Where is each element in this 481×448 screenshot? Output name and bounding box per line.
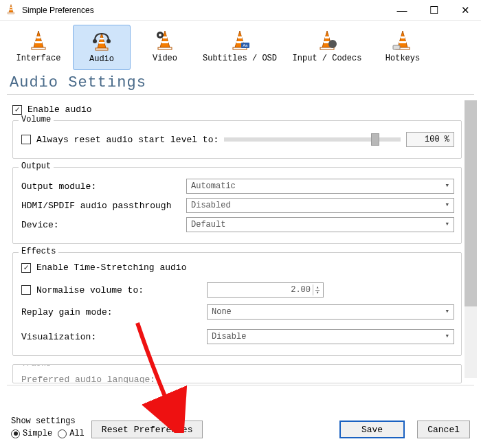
output-module-combo[interactable]: Automatic [186, 179, 454, 194]
show-settings-simple-radio[interactable]: Simple [11, 429, 52, 438]
visualization-label: Visualization: [21, 332, 207, 342]
enable-audio-checkbox[interactable]: Enable audio [12, 104, 92, 115]
combo-value: None [212, 307, 232, 317]
radio-label: Simple [23, 429, 52, 438]
replay-gain-label: Replay gain mode: [21, 307, 207, 317]
passthrough-combo[interactable]: Disabled [186, 198, 454, 213]
vertical-scrollbar[interactable] [465, 100, 477, 378]
svg-point-15 [159, 34, 161, 36]
button-label: Save [361, 425, 383, 435]
tab-label: Audio [89, 54, 114, 64]
svg-rect-13 [161, 41, 168, 43]
category-tabs: Interface Audio Video Aa Subtitles / OSD… [0, 21, 481, 70]
tab-audio[interactable]: Audio [73, 25, 131, 70]
tab-label: Subtitles / OSD [203, 54, 277, 63]
bottom-bar: Show settings Simple All Reset Preferenc… [0, 414, 481, 448]
page-title: Audio Settings [0, 70, 481, 94]
show-settings-all-radio[interactable]: All [58, 429, 85, 438]
spinner-arrows-icon: ▴▾ [313, 283, 322, 297]
checkbox-icon [21, 263, 31, 273]
passthrough-label: HDMI/SPDIF audio passthrough [21, 201, 186, 211]
tab-label: Video [153, 54, 177, 63]
titlebar: Simple Preferences — ☐ ✕ [0, 0, 481, 21]
checkbox-label: Enable Time-Stretching audio [36, 262, 186, 273]
close-button[interactable]: ✕ [449, 0, 481, 21]
checkbox-label: Always reset audio start level to: [36, 135, 219, 145]
visualization-combo[interactable]: Disable [207, 329, 454, 344]
tracks-group: Tracks Preferred audio language: [12, 364, 462, 383]
time-stretching-checkbox[interactable]: Enable Time-Stretching audio [21, 262, 186, 273]
tab-hotkeys[interactable]: Hotkeys [374, 25, 432, 70]
svg-rect-2 [10, 10, 13, 11]
always-reset-level-checkbox[interactable]: Always reset audio start level to: [21, 135, 219, 145]
group-title: Effects [19, 247, 58, 256]
minimize-button[interactable]: — [386, 0, 418, 21]
svg-rect-26 [401, 36, 405, 38]
svg-point-10 [107, 39, 111, 43]
spinner-value: 2.00 [291, 285, 311, 295]
settings-body: Enable audio Volume Always reset audio s… [0, 95, 481, 383]
slider-handle[interactable] [371, 133, 379, 146]
checkbox-label: Enable audio [27, 104, 92, 115]
start-level-slider[interactable] [224, 137, 401, 142]
scrollbar-thumb[interactable] [465, 100, 477, 306]
svg-point-9 [93, 39, 97, 43]
tab-interface[interactable]: Interface [10, 25, 67, 70]
output-module-label: Output module: [21, 181, 186, 192]
cone-icon [27, 29, 49, 51]
svg-rect-1 [10, 7, 12, 8]
tab-subtitles[interactable]: Aa Subtitles / OSD [199, 25, 280, 70]
radio-icon [11, 429, 20, 438]
svg-rect-12 [163, 36, 167, 38]
combo-value: Automatic [191, 181, 236, 191]
checkbox-icon [21, 285, 31, 295]
subtitles-cone-icon: Aa [229, 29, 251, 51]
svg-rect-3 [32, 47, 45, 49]
start-level-value: 100 % [406, 132, 454, 147]
svg-rect-7 [100, 38, 104, 40]
effects-group: Effects Enable Time-Stretching audio Nor… [12, 252, 462, 356]
svg-rect-0 [8, 12, 14, 14]
checkbox-label: Normalise volume to: [36, 285, 144, 295]
reset-preferences-button[interactable]: Reset Preferences [91, 421, 203, 438]
svg-rect-27 [399, 41, 406, 43]
combo-value: Disable [212, 332, 246, 341]
group-title: Output [19, 161, 54, 171]
replay-gain-combo[interactable]: None [207, 304, 454, 320]
combo-value: Default [191, 220, 225, 229]
svg-rect-28 [393, 45, 400, 49]
cancel-button[interactable]: Cancel [417, 421, 470, 438]
vlc-icon [5, 3, 16, 16]
combo-value: Disabled [191, 201, 231, 210]
device-label: Device: [21, 220, 186, 230]
headphones-cone-icon [89, 30, 114, 52]
tab-video[interactable]: Video [136, 25, 194, 70]
preferred-lang-label: Preferred audio language: [21, 374, 186, 383]
checkbox-icon [12, 105, 22, 115]
divider [7, 385, 474, 385]
svg-rect-4 [36, 36, 41, 38]
normalise-volume-checkbox[interactable]: Normalise volume to: [21, 285, 207, 295]
maximize-button[interactable]: ☐ [418, 0, 449, 21]
svg-rect-22 [325, 36, 329, 38]
tab-label: Input / Codecs [293, 54, 362, 63]
tab-input-codecs[interactable]: Input / Codecs [286, 25, 368, 70]
output-group: Output Output module: Automatic HDMI/SPD… [12, 167, 462, 244]
normalise-value-spinner[interactable]: 2.00 ▴▾ [207, 282, 324, 298]
hotkeys-cone-icon [392, 29, 414, 51]
device-combo[interactable]: Default [186, 217, 454, 232]
svg-rect-17 [238, 36, 242, 38]
window-title: Simple Preferences [22, 5, 386, 15]
svg-rect-11 [158, 47, 172, 49]
radio-icon [58, 429, 67, 438]
checkbox-icon [21, 135, 31, 144]
codecs-cone-icon [316, 29, 338, 51]
group-title: Tracks [19, 364, 54, 368]
svg-rect-6 [96, 48, 108, 50]
radio-label: All [69, 429, 85, 438]
save-button[interactable]: Save [339, 421, 405, 438]
show-settings-label: Show settings [11, 416, 85, 426]
tab-label: Hotkeys [385, 54, 420, 63]
svg-point-24 [328, 40, 337, 48]
show-settings-group: Show settings Simple All [11, 416, 85, 438]
